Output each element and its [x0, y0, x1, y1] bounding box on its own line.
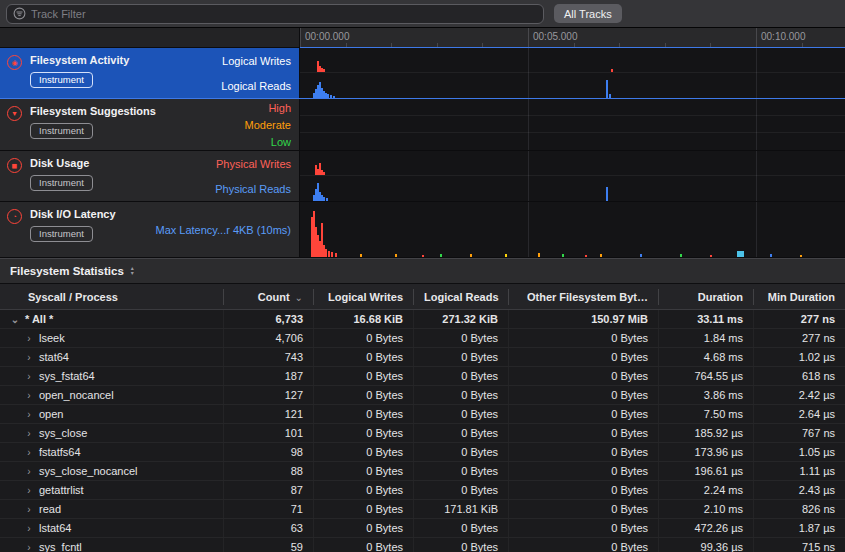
column-header-syscall-process[interactable]: Syscall / Process: [0, 289, 223, 305]
cell-logical-writes: 0 Bytes: [313, 443, 413, 461]
chevron-right-icon[interactable]: ›: [24, 447, 34, 458]
cell-other-filesystem-byt: 0 Bytes: [508, 405, 658, 423]
chevron-right-icon[interactable]: ›: [24, 542, 34, 552]
cell-duration: 185.92 µs: [658, 424, 753, 442]
table-row-getattrlist[interactable]: ›getattrlist870 Bytes0 Bytes0 Bytes2.24 …: [0, 481, 845, 500]
table-row-open[interactable]: ›open1210 Bytes0 Bytes0 Bytes7.50 ms2.64…: [0, 405, 845, 424]
track-header-disk-i-o-latency[interactable]: ◔Disk I/O LatencyInstrumentMax Latency..…: [0, 202, 300, 257]
table-row-sys-close-nocancel[interactable]: ›sys_close_nocancel880 Bytes0 Bytes0 Byt…: [0, 462, 845, 481]
cell-min-duration: 767 ns: [753, 424, 845, 442]
track-disk-i-o-latency[interactable]: ◔Disk I/O LatencyInstrumentMax Latency..…: [0, 202, 845, 258]
track-header-corner: [0, 28, 300, 48]
syscall-cell: ›fstatfs64: [0, 446, 223, 458]
instrument-badge[interactable]: Instrument: [30, 226, 93, 242]
cell-min-duration: 277 ns: [753, 329, 845, 347]
chevron-right-icon[interactable]: ›: [24, 409, 34, 420]
syscall-name: open: [39, 408, 63, 420]
graph-spike: [562, 254, 564, 257]
track-filter-input[interactable]: [31, 8, 537, 20]
track-disk-usage[interactable]: ◼Disk UsageInstrumentPhysical WritesPhys…: [0, 151, 845, 202]
cell-logical-reads: 0 Bytes: [413, 405, 508, 423]
instrument-badge[interactable]: Instrument: [30, 175, 93, 191]
syscall-cell: ›stat64: [0, 351, 223, 363]
cell-logical-reads: 0 Bytes: [413, 481, 508, 499]
table-row-fstatfs64[interactable]: ›fstatfs64980 Bytes0 Bytes0 Bytes173.96 …: [0, 443, 845, 462]
all-tracks-button[interactable]: All Tracks: [554, 4, 622, 23]
syscall-name: * All *: [25, 313, 53, 325]
lane-label-low: Low: [245, 133, 291, 150]
lane-graph: [300, 202, 845, 257]
track-header-filesystem-suggestions[interactable]: ▼Filesystem SuggestionsInstrumentHighMod…: [0, 99, 300, 150]
detail-title-bar[interactable]: Filesystem Statistics ▴ ▾: [0, 258, 845, 284]
column-header-logical-writes[interactable]: Logical Writes: [313, 289, 413, 305]
syscall-cell: ›sys_close: [0, 427, 223, 439]
cell-other-filesystem-byt: 0 Bytes: [508, 462, 658, 480]
cell-min-duration: 715 ns: [753, 538, 845, 552]
cell-duration: 1.84 ms: [658, 329, 753, 347]
syscall-cell: ⌄* All *: [0, 313, 223, 325]
track-filesystem-activity[interactable]: ◉Filesystem ActivityInstrumentLogical Wr…: [0, 48, 845, 99]
table-row-sys-fcntl[interactable]: ›sys_fcntl590 Bytes0 Bytes0 Bytes99.36 µ…: [0, 538, 845, 552]
cell-duration: 196.61 µs: [658, 462, 753, 480]
graph-spike: [395, 254, 397, 257]
column-header-other-filesystem-byt[interactable]: Other Filesystem Byt…: [508, 289, 658, 305]
chevron-right-icon[interactable]: ›: [24, 428, 34, 439]
chevron-right-icon[interactable]: ›: [24, 504, 34, 515]
chevron-right-icon[interactable]: ›: [24, 390, 34, 401]
graph-spike: [360, 254, 362, 257]
chevron-down-icon[interactable]: ⌄: [10, 314, 20, 325]
table-row-sys-fstat64[interactable]: ›sys_fstat641870 Bytes0 Bytes0 Bytes764.…: [0, 367, 845, 386]
track-name: Disk Usage: [30, 157, 89, 169]
graph-spike: [611, 69, 613, 72]
instrument-badge[interactable]: Instrument: [30, 123, 93, 139]
chevron-right-icon[interactable]: ›: [24, 352, 34, 363]
syscall-cell: ›lstat64: [0, 522, 223, 534]
table-row-lstat64[interactable]: ›lstat64630 Bytes0 Bytes0 Bytes472.26 µs…: [0, 519, 845, 538]
cell-count: 88: [223, 462, 313, 480]
track-header-filesystem-activity[interactable]: ◉Filesystem ActivityInstrumentLogical Wr…: [0, 48, 300, 98]
table-row-read[interactable]: ›read710 Bytes171.81 KiB0 Bytes2.10 ms82…: [0, 500, 845, 519]
chevron-right-icon[interactable]: ›: [24, 333, 34, 344]
cell-other-filesystem-byt: 0 Bytes: [508, 386, 658, 404]
timeline-pane: 00:00.00000:05.00000:10.000 ◉Filesystem …: [0, 28, 845, 258]
instrument-badge[interactable]: Instrument: [30, 72, 93, 88]
track-name: Filesystem Activity: [30, 54, 129, 66]
disk-usage-icon: ◼: [7, 158, 22, 173]
track-graph-disk-i-o-latency[interactable]: [300, 202, 845, 257]
track-filter-field[interactable]: [6, 4, 544, 24]
graph-spike: [327, 94, 329, 98]
column-header-logical-reads[interactable]: Logical Reads: [413, 289, 508, 305]
table-row-lseek[interactable]: ›lseek4,7060 Bytes0 Bytes0 Bytes1.84 ms2…: [0, 329, 845, 348]
cell-logical-reads: 0 Bytes: [413, 538, 508, 552]
column-header-duration[interactable]: Duration: [658, 289, 753, 305]
table-row-stat64[interactable]: ›stat647430 Bytes0 Bytes0 Bytes4.68 ms1.…: [0, 348, 845, 367]
cell-min-duration: 1.05 µs: [753, 443, 845, 461]
chevron-right-icon[interactable]: ›: [24, 485, 34, 496]
cell-logical-writes: 0 Bytes: [313, 367, 413, 385]
column-header-min-duration[interactable]: Min Duration: [753, 289, 845, 305]
track-header-disk-usage[interactable]: ◼Disk UsageInstrumentPhysical WritesPhys…: [0, 151, 300, 201]
cell-logical-reads: 0 Bytes: [413, 367, 508, 385]
cell-other-filesystem-byt: 0 Bytes: [508, 500, 658, 518]
filesystem-suggestions-icon: ▼: [7, 106, 22, 121]
track-graph-filesystem-activity[interactable]: [300, 48, 845, 98]
ruler-tick: 00:10.000: [756, 28, 806, 47]
table-row-all[interactable]: ⌄* All *6,73316.68 KiB271.32 KiB150.97 M…: [0, 310, 845, 329]
cell-other-filesystem-byt: 0 Bytes: [508, 519, 658, 537]
timeline-ruler[interactable]: 00:00.00000:05.00000:10.000: [300, 28, 845, 48]
chevron-right-icon[interactable]: ›: [24, 371, 34, 382]
graph-spike: [770, 254, 772, 257]
track-graph-filesystem-suggestions[interactable]: [300, 99, 845, 150]
track-filesystem-suggestions[interactable]: ▼Filesystem SuggestionsInstrumentHighMod…: [0, 99, 845, 151]
table-row-sys-close[interactable]: ›sys_close1010 Bytes0 Bytes0 Bytes185.92…: [0, 424, 845, 443]
lane-label-physical-reads: Physical Reads: [215, 176, 291, 201]
column-header-count[interactable]: Count⌄: [223, 289, 313, 305]
syscall-cell: ›lseek: [0, 332, 223, 344]
lane-graph: [300, 116, 845, 133]
cell-logical-reads: 0 Bytes: [413, 386, 508, 404]
table-row-open-nocancel[interactable]: ›open_nocancel1270 Bytes0 Bytes0 Bytes3.…: [0, 386, 845, 405]
chevron-right-icon[interactable]: ›: [24, 466, 34, 477]
chevron-right-icon[interactable]: ›: [24, 523, 34, 534]
track-graph-disk-usage[interactable]: [300, 151, 845, 201]
graph-spike: [323, 172, 325, 175]
